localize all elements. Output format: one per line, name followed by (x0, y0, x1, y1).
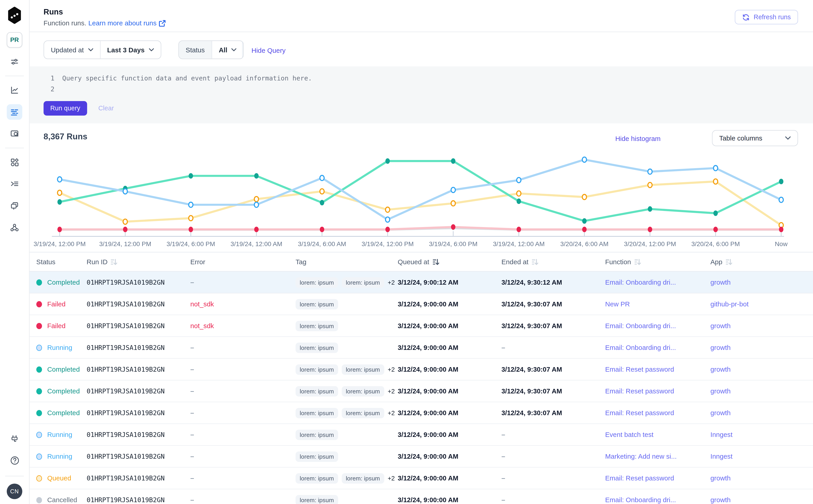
data-point-failed[interactable] (582, 227, 587, 232)
hide-query-link[interactable]: Hide Query (251, 47, 285, 54)
sliders-icon[interactable] (7, 54, 22, 70)
app-link[interactable]: growth (710, 496, 731, 504)
data-point-failed[interactable] (57, 227, 62, 232)
function-link[interactable]: Email: Onboarding dri... (605, 278, 676, 286)
run-row[interactable]: Queued01HRPT19RJSA1019B2GN–lorem: ipsuml… (29, 468, 813, 489)
data-point-running[interactable] (123, 189, 127, 194)
data-point-failed[interactable] (385, 227, 390, 232)
sort-icon[interactable] (111, 258, 118, 266)
data-point-failed[interactable] (451, 224, 456, 230)
run-row[interactable]: Completed01HRPT19RJSA1019B2GN–lorem: ips… (29, 402, 813, 424)
column-header-ended-at[interactable]: Ended at (502, 258, 605, 266)
dev-server-icon[interactable] (7, 431, 22, 447)
workspace-badge[interactable]: PR (7, 32, 22, 48)
data-point-completed[interactable] (320, 200, 324, 205)
events-icon[interactable] (7, 176, 22, 192)
data-point-failed[interactable] (648, 227, 652, 232)
function-link[interactable]: Event batch test (605, 431, 653, 439)
data-point-failed[interactable] (254, 227, 259, 232)
column-header-function[interactable]: Function (605, 258, 710, 266)
data-point-running[interactable] (320, 175, 324, 181)
data-point-running[interactable] (58, 177, 62, 182)
user-avatar[interactable]: CN (7, 483, 22, 499)
data-point-queued[interactable] (385, 207, 390, 212)
inngest-logo[interactable] (7, 7, 22, 24)
data-point-queued[interactable] (714, 179, 718, 184)
run-query-button[interactable]: Run query (44, 101, 87, 116)
status-filter-dropdown[interactable]: All (211, 41, 243, 59)
sort-icon[interactable] (532, 258, 539, 266)
column-header-run-id[interactable]: Run ID (87, 258, 190, 266)
refresh-runs-button[interactable]: Refresh runs (735, 10, 798, 24)
run-row[interactable]: Completed01HRPT19RJSA1019B2GN–lorem: ips… (29, 380, 813, 402)
webhook-icon[interactable] (7, 220, 22, 235)
data-point-queued[interactable] (320, 189, 324, 194)
data-point-queued[interactable] (451, 201, 456, 206)
data-point-failed[interactable] (714, 227, 718, 232)
data-point-queued[interactable] (517, 191, 521, 196)
function-link[interactable]: Marketing: Add new si... (605, 453, 677, 460)
data-point-failed[interactable] (517, 227, 521, 232)
app-link[interactable]: growth (710, 344, 731, 351)
data-point-running[interactable] (648, 169, 652, 174)
data-point-queued[interactable] (582, 194, 587, 200)
data-point-queued[interactable] (189, 216, 193, 221)
data-point-queued[interactable] (254, 196, 259, 202)
learn-more-link[interactable]: Learn more about runs (88, 19, 157, 27)
data-point-failed[interactable] (320, 227, 324, 232)
app-link[interactable]: Inngest (710, 453, 733, 460)
data-point-running[interactable] (451, 187, 456, 193)
run-row[interactable]: Running01HRPT19RJSA1019B2GN–lorem: ipsum… (29, 446, 813, 468)
sort-icon[interactable] (726, 258, 733, 266)
data-point-running[interactable] (714, 165, 718, 171)
data-point-completed[interactable] (385, 158, 390, 164)
data-point-running[interactable] (779, 197, 783, 202)
hide-histogram-link[interactable]: Hide histogram (615, 135, 661, 143)
data-point-running[interactable] (385, 217, 390, 222)
app-link[interactable]: growth (710, 474, 731, 482)
data-point-completed[interactable] (648, 206, 652, 212)
app-link[interactable]: growth (710, 365, 731, 373)
data-point-completed[interactable] (189, 173, 193, 179)
function-link[interactable]: Email: Onboarding dri... (605, 496, 676, 504)
app-link[interactable]: growth (710, 322, 731, 330)
function-link[interactable]: Email: Reset password (605, 387, 674, 395)
app-link[interactable]: growth (710, 278, 731, 286)
data-point-running[interactable] (254, 202, 259, 207)
data-point-completed[interactable] (57, 199, 62, 205)
column-header-queued-at[interactable]: Queued at (397, 258, 501, 266)
function-link[interactable]: Email: Onboarding dri... (605, 344, 676, 351)
data-point-failed[interactable] (779, 227, 784, 232)
function-link[interactable]: Email: Onboarding dri... (605, 322, 676, 330)
query-editor[interactable]: 1 Query specific function data and event… (29, 66, 813, 124)
function-link[interactable]: Email: Reset password (605, 365, 674, 373)
data-point-completed[interactable] (582, 218, 587, 224)
app-link[interactable]: github-pr-bot (710, 300, 749, 308)
data-point-failed[interactable] (123, 227, 128, 232)
run-row[interactable]: Completed01HRPT19RJSA1019B2GN–lorem: ips… (29, 359, 813, 380)
app-link[interactable]: Inngest (710, 431, 733, 439)
data-point-running[interactable] (189, 202, 193, 207)
data-point-completed[interactable] (451, 158, 456, 164)
metrics-icon[interactable] (7, 82, 22, 98)
app-link[interactable]: growth (710, 387, 731, 395)
clear-query-button[interactable]: Clear (98, 105, 114, 112)
data-point-queued[interactable] (123, 219, 127, 224)
data-point-completed[interactable] (779, 179, 784, 184)
sort-icon[interactable] (634, 258, 641, 266)
function-link[interactable]: Email: Reset password (605, 474, 674, 482)
run-row[interactable]: Cancelled01HRPT19RJSA1019B2GN–lorem: ips… (29, 489, 813, 504)
apps-icon[interactable] (7, 155, 22, 170)
function-link[interactable]: Email: Reset password (605, 409, 674, 417)
data-point-completed[interactable] (714, 211, 718, 216)
run-row[interactable]: Failed01HRPT19RJSA1019B2GNnot_sdklorem: … (29, 315, 813, 337)
field-filter-dropdown[interactable]: Updated at (44, 41, 100, 59)
app-link[interactable]: growth (710, 409, 731, 417)
data-point-running[interactable] (582, 157, 587, 162)
deploys-icon[interactable] (7, 198, 22, 214)
data-point-running[interactable] (517, 177, 521, 183)
data-point-queued[interactable] (58, 190, 62, 195)
run-row[interactable]: Failed01HRPT19RJSA1019B2GNnot_sdklorem: … (29, 293, 813, 315)
data-point-failed[interactable] (189, 227, 193, 232)
run-row[interactable]: Running01HRPT19RJSA1019B2GN–lorem: ipsum… (29, 424, 813, 446)
